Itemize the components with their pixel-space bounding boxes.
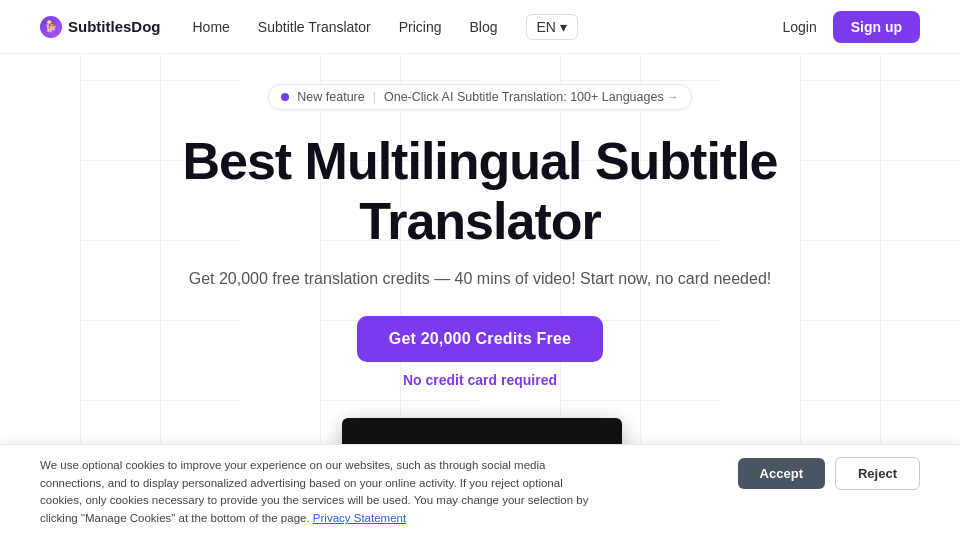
- badge-divider: |: [373, 90, 376, 104]
- lang-label: EN: [537, 19, 556, 35]
- blog-link[interactable]: Blog: [470, 19, 498, 35]
- chevron-down-icon: ▾: [560, 19, 567, 35]
- pricing-link[interactable]: Pricing: [399, 19, 442, 35]
- cta-section: Get 20,000 Credits Free No credit card r…: [357, 316, 603, 388]
- nav-links: Home Subtitle Translator Pricing Blog EN…: [193, 14, 783, 40]
- login-button[interactable]: Login: [782, 19, 816, 35]
- home-link[interactable]: Home: [193, 19, 230, 35]
- badge-dot: [281, 93, 289, 101]
- badge-link: One-Click AI Subtitle Translation: 100+ …: [384, 90, 679, 104]
- privacy-link[interactable]: Privacy Statement: [313, 512, 406, 524]
- badge-link-text: One-Click AI Subtitle Translation: 100+ …: [384, 90, 664, 104]
- cookie-text: We use optional cookies to improve your …: [40, 457, 600, 528]
- badge-new-feature-label: New feature: [297, 90, 364, 104]
- logo[interactable]: 🐕 SubtitlesDog: [40, 16, 161, 38]
- navbar: 🐕 SubtitlesDog Home Subtitle Translator …: [0, 0, 960, 54]
- nav-right: Login Sign up: [782, 11, 920, 43]
- cta-note: No credit card required: [403, 372, 557, 388]
- cookie-buttons: Accept Reject: [738, 457, 920, 490]
- logo-text: SubtitlesDog: [68, 18, 161, 35]
- accept-button[interactable]: Accept: [738, 458, 825, 489]
- lang-selector[interactable]: EN ▾: [526, 14, 578, 40]
- reject-button[interactable]: Reject: [835, 457, 920, 490]
- badge-arrow: →: [667, 90, 679, 104]
- cta-button[interactable]: Get 20,000 Credits Free: [357, 316, 603, 362]
- logo-icon: 🐕: [40, 16, 62, 38]
- subtitle-translator-link[interactable]: Subtitle Translator: [258, 19, 371, 35]
- hero-title: Best Multilingual Subtitle Translator: [182, 132, 777, 252]
- hero-subtitle: Get 20,000 free translation credits — 40…: [189, 270, 772, 288]
- feature-badge[interactable]: New feature | One-Click AI Subtitle Tran…: [268, 84, 691, 110]
- signup-button[interactable]: Sign up: [833, 11, 920, 43]
- cookie-banner: We use optional cookies to improve your …: [0, 444, 960, 540]
